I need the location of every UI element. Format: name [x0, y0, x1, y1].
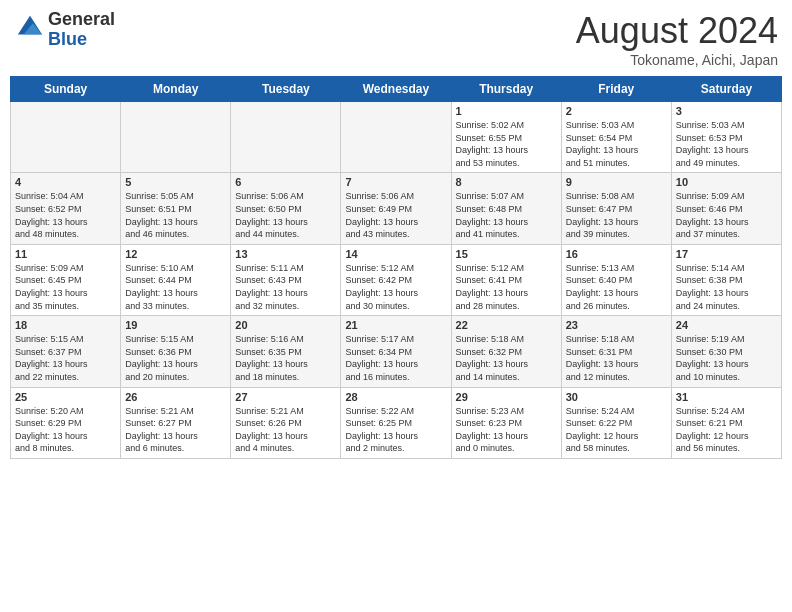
calendar-cell: 2Sunrise: 5:03 AM Sunset: 6:54 PM Daylig… — [561, 102, 671, 173]
calendar-cell: 10Sunrise: 5:09 AM Sunset: 6:46 PM Dayli… — [671, 173, 781, 244]
calendar-week-row: 4Sunrise: 5:04 AM Sunset: 6:52 PM Daylig… — [11, 173, 782, 244]
day-info: Sunrise: 5:15 AM Sunset: 6:37 PM Dayligh… — [15, 333, 116, 383]
weekday-header-monday: Monday — [121, 77, 231, 102]
calendar-cell: 19Sunrise: 5:15 AM Sunset: 6:36 PM Dayli… — [121, 316, 231, 387]
calendar-cell: 14Sunrise: 5:12 AM Sunset: 6:42 PM Dayli… — [341, 244, 451, 315]
day-number: 18 — [15, 319, 116, 331]
day-number: 13 — [235, 248, 336, 260]
day-number: 29 — [456, 391, 557, 403]
day-info: Sunrise: 5:07 AM Sunset: 6:48 PM Dayligh… — [456, 190, 557, 240]
day-number: 22 — [456, 319, 557, 331]
day-number: 19 — [125, 319, 226, 331]
calendar-cell: 16Sunrise: 5:13 AM Sunset: 6:40 PM Dayli… — [561, 244, 671, 315]
month-title: August 2024 — [576, 10, 778, 52]
day-info: Sunrise: 5:24 AM Sunset: 6:21 PM Dayligh… — [676, 405, 777, 455]
day-info: Sunrise: 5:11 AM Sunset: 6:43 PM Dayligh… — [235, 262, 336, 312]
calendar-cell: 3Sunrise: 5:03 AM Sunset: 6:53 PM Daylig… — [671, 102, 781, 173]
day-info: Sunrise: 5:20 AM Sunset: 6:29 PM Dayligh… — [15, 405, 116, 455]
day-info: Sunrise: 5:03 AM Sunset: 6:54 PM Dayligh… — [566, 119, 667, 169]
day-number: 17 — [676, 248, 777, 260]
calendar-cell: 7Sunrise: 5:06 AM Sunset: 6:49 PM Daylig… — [341, 173, 451, 244]
day-number: 31 — [676, 391, 777, 403]
logo: General Blue — [14, 10, 115, 50]
day-info: Sunrise: 5:03 AM Sunset: 6:53 PM Dayligh… — [676, 119, 777, 169]
calendar-week-row: 11Sunrise: 5:09 AM Sunset: 6:45 PM Dayli… — [11, 244, 782, 315]
day-number: 3 — [676, 105, 777, 117]
day-info: Sunrise: 5:19 AM Sunset: 6:30 PM Dayligh… — [676, 333, 777, 383]
day-info: Sunrise: 5:02 AM Sunset: 6:55 PM Dayligh… — [456, 119, 557, 169]
calendar-cell: 22Sunrise: 5:18 AM Sunset: 6:32 PM Dayli… — [451, 316, 561, 387]
calendar-cell — [231, 102, 341, 173]
day-info: Sunrise: 5:24 AM Sunset: 6:22 PM Dayligh… — [566, 405, 667, 455]
day-number: 23 — [566, 319, 667, 331]
calendar-table: SundayMondayTuesdayWednesdayThursdayFrid… — [10, 76, 782, 459]
day-number: 26 — [125, 391, 226, 403]
day-number: 12 — [125, 248, 226, 260]
logo-text: General Blue — [48, 10, 115, 50]
page-header: General Blue August 2024 Tokoname, Aichi… — [10, 10, 782, 68]
day-info: Sunrise: 5:21 AM Sunset: 6:27 PM Dayligh… — [125, 405, 226, 455]
calendar-week-row: 18Sunrise: 5:15 AM Sunset: 6:37 PM Dayli… — [11, 316, 782, 387]
day-info: Sunrise: 5:06 AM Sunset: 6:49 PM Dayligh… — [345, 190, 446, 240]
day-info: Sunrise: 5:12 AM Sunset: 6:42 PM Dayligh… — [345, 262, 446, 312]
calendar-cell: 1Sunrise: 5:02 AM Sunset: 6:55 PM Daylig… — [451, 102, 561, 173]
weekday-header-tuesday: Tuesday — [231, 77, 341, 102]
calendar-cell: 21Sunrise: 5:17 AM Sunset: 6:34 PM Dayli… — [341, 316, 451, 387]
day-info: Sunrise: 5:13 AM Sunset: 6:40 PM Dayligh… — [566, 262, 667, 312]
weekday-header-wednesday: Wednesday — [341, 77, 451, 102]
calendar-cell: 15Sunrise: 5:12 AM Sunset: 6:41 PM Dayli… — [451, 244, 561, 315]
day-number: 24 — [676, 319, 777, 331]
weekday-header-row: SundayMondayTuesdayWednesdayThursdayFrid… — [11, 77, 782, 102]
weekday-header-friday: Friday — [561, 77, 671, 102]
title-area: August 2024 Tokoname, Aichi, Japan — [576, 10, 778, 68]
day-number: 9 — [566, 176, 667, 188]
day-number: 16 — [566, 248, 667, 260]
calendar-cell: 11Sunrise: 5:09 AM Sunset: 6:45 PM Dayli… — [11, 244, 121, 315]
day-info: Sunrise: 5:18 AM Sunset: 6:31 PM Dayligh… — [566, 333, 667, 383]
calendar-cell: 29Sunrise: 5:23 AM Sunset: 6:23 PM Dayli… — [451, 387, 561, 458]
day-number: 11 — [15, 248, 116, 260]
calendar-cell: 6Sunrise: 5:06 AM Sunset: 6:50 PM Daylig… — [231, 173, 341, 244]
day-info: Sunrise: 5:18 AM Sunset: 6:32 PM Dayligh… — [456, 333, 557, 383]
calendar-cell: 17Sunrise: 5:14 AM Sunset: 6:38 PM Dayli… — [671, 244, 781, 315]
day-number: 15 — [456, 248, 557, 260]
day-info: Sunrise: 5:22 AM Sunset: 6:25 PM Dayligh… — [345, 405, 446, 455]
calendar-cell: 26Sunrise: 5:21 AM Sunset: 6:27 PM Dayli… — [121, 387, 231, 458]
calendar-cell: 24Sunrise: 5:19 AM Sunset: 6:30 PM Dayli… — [671, 316, 781, 387]
day-info: Sunrise: 5:05 AM Sunset: 6:51 PM Dayligh… — [125, 190, 226, 240]
weekday-header-sunday: Sunday — [11, 77, 121, 102]
logo-icon — [16, 14, 44, 42]
day-info: Sunrise: 5:09 AM Sunset: 6:45 PM Dayligh… — [15, 262, 116, 312]
location: Tokoname, Aichi, Japan — [576, 52, 778, 68]
day-number: 28 — [345, 391, 446, 403]
day-number: 30 — [566, 391, 667, 403]
day-info: Sunrise: 5:06 AM Sunset: 6:50 PM Dayligh… — [235, 190, 336, 240]
day-number: 10 — [676, 176, 777, 188]
day-number: 4 — [15, 176, 116, 188]
calendar-cell: 4Sunrise: 5:04 AM Sunset: 6:52 PM Daylig… — [11, 173, 121, 244]
day-info: Sunrise: 5:08 AM Sunset: 6:47 PM Dayligh… — [566, 190, 667, 240]
day-info: Sunrise: 5:10 AM Sunset: 6:44 PM Dayligh… — [125, 262, 226, 312]
day-info: Sunrise: 5:16 AM Sunset: 6:35 PM Dayligh… — [235, 333, 336, 383]
calendar-cell: 30Sunrise: 5:24 AM Sunset: 6:22 PM Dayli… — [561, 387, 671, 458]
day-number: 25 — [15, 391, 116, 403]
calendar-cell: 31Sunrise: 5:24 AM Sunset: 6:21 PM Dayli… — [671, 387, 781, 458]
day-info: Sunrise: 5:09 AM Sunset: 6:46 PM Dayligh… — [676, 190, 777, 240]
day-number: 14 — [345, 248, 446, 260]
day-info: Sunrise: 5:21 AM Sunset: 6:26 PM Dayligh… — [235, 405, 336, 455]
calendar-cell: 25Sunrise: 5:20 AM Sunset: 6:29 PM Dayli… — [11, 387, 121, 458]
day-number: 27 — [235, 391, 336, 403]
day-info: Sunrise: 5:04 AM Sunset: 6:52 PM Dayligh… — [15, 190, 116, 240]
calendar-cell — [341, 102, 451, 173]
day-number: 20 — [235, 319, 336, 331]
day-number: 1 — [456, 105, 557, 117]
day-info: Sunrise: 5:17 AM Sunset: 6:34 PM Dayligh… — [345, 333, 446, 383]
calendar-cell: 5Sunrise: 5:05 AM Sunset: 6:51 PM Daylig… — [121, 173, 231, 244]
calendar-cell — [11, 102, 121, 173]
calendar-cell: 23Sunrise: 5:18 AM Sunset: 6:31 PM Dayli… — [561, 316, 671, 387]
calendar-week-row: 25Sunrise: 5:20 AM Sunset: 6:29 PM Dayli… — [11, 387, 782, 458]
day-number: 21 — [345, 319, 446, 331]
calendar-cell: 18Sunrise: 5:15 AM Sunset: 6:37 PM Dayli… — [11, 316, 121, 387]
calendar-cell: 12Sunrise: 5:10 AM Sunset: 6:44 PM Dayli… — [121, 244, 231, 315]
day-number: 7 — [345, 176, 446, 188]
